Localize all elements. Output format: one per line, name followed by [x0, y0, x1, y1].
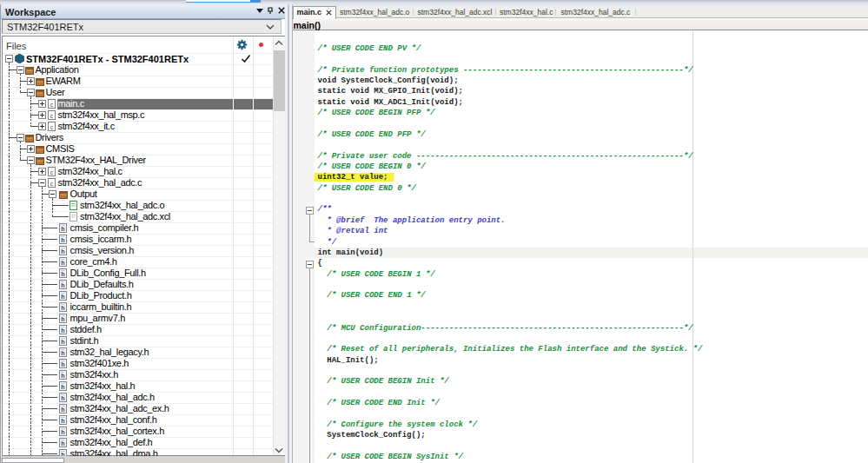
svg-text:h: h — [61, 305, 64, 311]
svg-text:h: h — [61, 237, 64, 243]
svg-text:h: h — [61, 339, 64, 345]
svg-text:h: h — [61, 260, 64, 266]
svg-text:h: h — [61, 407, 64, 413]
svg-text:h: h — [61, 282, 64, 288]
svg-text:h: h — [61, 294, 64, 300]
svg-text:h: h — [61, 316, 64, 322]
svg-text:h: h — [61, 327, 64, 334]
svg-text:h: h — [61, 373, 64, 379]
svg-text:h: h — [61, 271, 64, 277]
svg-text:h: h — [61, 248, 64, 255]
svg-text:h: h — [61, 226, 64, 232]
svg-text:h: h — [61, 395, 64, 401]
svg-text:h: h — [61, 350, 64, 356]
svg-text:h: h — [61, 361, 64, 367]
svg-text:h: h — [61, 440, 64, 446]
svg-text:h: h — [61, 384, 64, 390]
svg-text:h: h — [61, 429, 64, 435]
svg-text:h: h — [61, 418, 64, 424]
